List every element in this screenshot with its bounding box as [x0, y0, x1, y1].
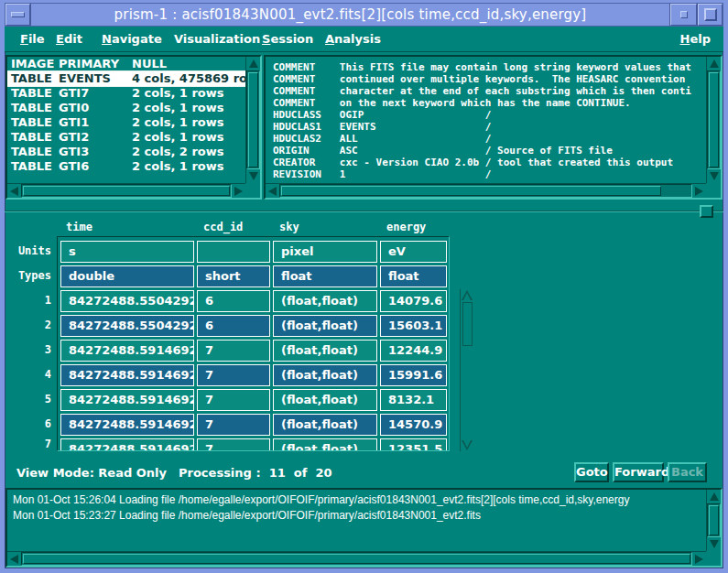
- scroll-left-icon[interactable]: [7, 184, 21, 198]
- table-cell[interactable]: 12351.5: [380, 438, 447, 451]
- table-cell[interactable]: 7: [197, 389, 270, 411]
- table-cell[interactable]: 84272488.59146923: [60, 389, 194, 411]
- maximize-button[interactable]: [698, 4, 723, 26]
- processing-label: Processing : 11 of 20: [179, 466, 332, 480]
- hdu-row-gti1[interactable]: TABLEGTI12 cols, 1 rows: [7, 115, 245, 130]
- hdu-list: IMAGEPRIMARYNULL TABLEEVENTS4 cols, 4758…: [7, 57, 245, 183]
- scroll-up-icon[interactable]: [707, 57, 721, 70]
- scroll-right-icon[interactable]: [692, 184, 706, 198]
- keyword-line: CREATOR cxc - Version CIAO 2.0b / tool t…: [273, 157, 706, 168]
- scroll-down-icon[interactable]: [246, 169, 260, 183]
- scrollbar-thumb[interactable]: [23, 554, 690, 564]
- minimize-button[interactable]: [670, 4, 697, 26]
- hdu-row-gti3[interactable]: TABLEGTI32 cols, 2 rows: [7, 145, 245, 159]
- table-cell[interactable]: double: [60, 265, 194, 287]
- hdu-row-gti7[interactable]: TABLEGTI72 cols, 1 rows: [7, 86, 245, 101]
- scroll-up-icon[interactable]: [461, 289, 474, 301]
- log-line: Mon 01-Oct 15:26:04 Loading file /home/e…: [13, 492, 706, 508]
- scrollbar-thumb[interactable]: [462, 302, 473, 346]
- table-cell[interactable]: 15991.6: [380, 364, 447, 386]
- prism-window: prism-1 : acisf01843N001_evt2.fits[2][co…: [0, 0, 728, 573]
- table-cell[interactable]: 14570.9: [380, 414, 447, 436]
- table-row: 84272488.59146923 7 (float,float) 8132.1: [58, 389, 449, 411]
- menu-session[interactable]: Session: [262, 32, 313, 46]
- table-cell[interactable]: (float,float): [273, 340, 377, 362]
- scroll-down-icon[interactable]: [461, 439, 474, 451]
- table-cell[interactable]: float: [273, 265, 377, 287]
- scroll-left-icon[interactable]: [266, 184, 279, 198]
- scroll-down-icon[interactable]: [707, 537, 721, 551]
- table-cell[interactable]: (float,float): [273, 364, 377, 386]
- table-cell[interactable]: (float,float): [273, 315, 377, 337]
- row-label: 2: [4, 314, 51, 336]
- keywords-horizontal-scrollbar[interactable]: [266, 183, 706, 198]
- table-cell[interactable]: 84272488.59146923: [60, 364, 194, 386]
- table-cell[interactable]: 7: [197, 340, 270, 362]
- table-cell[interactable]: short: [197, 265, 270, 287]
- table-cell[interactable]: 6: [197, 290, 270, 312]
- pane-sash-handle[interactable]: [700, 205, 713, 218]
- hdu-row-events-selected[interactable]: TABLEEVENTS4 cols, 475869 rows: [7, 71, 245, 86]
- table-cell[interactable]: 12244.9: [380, 340, 447, 362]
- menu-visualization[interactable]: Visualization: [174, 32, 260, 46]
- keyword-line: REVISION 1 /: [273, 168, 706, 180]
- table-cell[interactable]: 7: [197, 438, 270, 451]
- hdu-row-gti2[interactable]: TABLEGTI22 cols, 1 rows: [7, 130, 245, 145]
- hdu-list-horizontal-scrollbar[interactable]: [7, 183, 245, 198]
- scroll-up-icon[interactable]: [246, 57, 260, 70]
- hdu-row-gti6[interactable]: TABLEGTI62 cols, 1 rows: [7, 159, 245, 174]
- table-cell[interactable]: eV: [380, 241, 447, 263]
- table-cell[interactable]: 84272488.59146923: [60, 414, 194, 436]
- table-cell[interactable]: s: [60, 241, 194, 263]
- keyword-line: COMMENT character at the end of each sub…: [273, 85, 706, 97]
- scrollbar-thumb[interactable]: [709, 505, 719, 535]
- hdu-row-primary[interactable]: IMAGEPRIMARYNULL: [7, 57, 245, 71]
- log-vertical-scrollbar[interactable]: [706, 490, 721, 551]
- table-cell[interactable]: (float,float): [273, 414, 377, 436]
- table-cell[interactable]: 8132.1: [380, 389, 447, 411]
- table-cell[interactable]: 84272488.55042922: [60, 290, 194, 312]
- table-cell[interactable]: 15603.1: [380, 315, 447, 337]
- menu-help[interactable]: Help: [680, 32, 711, 46]
- forward-button[interactable]: Forward: [613, 462, 664, 482]
- table-cell[interactable]: 84272488.59146923: [60, 438, 194, 451]
- menu-analysis[interactable]: Analysis: [325, 32, 381, 46]
- table-cell[interactable]: (float,float): [273, 438, 377, 451]
- scroll-up-icon[interactable]: [707, 490, 721, 503]
- keyword-line: ORIGIN ASC / Source of FITS file: [273, 145, 706, 157]
- scroll-down-icon[interactable]: [707, 169, 721, 183]
- table-cell[interactable]: pixel: [273, 241, 377, 263]
- table-vertical-scrollbar[interactable]: [460, 289, 474, 451]
- scroll-right-icon[interactable]: [692, 552, 706, 566]
- scrollbar-thumb[interactable]: [23, 186, 230, 196]
- table-cell[interactable]: (float,float): [273, 290, 377, 312]
- hdu-row-gti0[interactable]: TABLEGTI02 cols, 1 rows: [7, 101, 245, 115]
- menubar: File Edit Navigate Visualization Session…: [5, 27, 723, 52]
- menu-file[interactable]: File: [20, 32, 45, 46]
- table-cell[interactable]: 6: [197, 315, 270, 337]
- scroll-left-icon[interactable]: [7, 552, 21, 566]
- table-cell[interactable]: float: [380, 265, 447, 287]
- hdu-list-vertical-scrollbar[interactable]: [245, 57, 260, 183]
- table-cell[interactable]: [197, 241, 270, 263]
- table-cell[interactable]: 84272488.55042922: [60, 315, 194, 337]
- scrollbar-thumb[interactable]: [709, 72, 719, 168]
- menu-edit[interactable]: Edit: [56, 32, 82, 46]
- table-cell[interactable]: 14079.6: [380, 290, 447, 312]
- table-cell[interactable]: (float,float): [273, 389, 377, 411]
- keywords-vertical-scrollbar[interactable]: [706, 57, 721, 183]
- table-cell[interactable]: 7: [197, 364, 270, 386]
- window-menu-button[interactable]: [5, 4, 30, 26]
- goto-button[interactable]: Goto: [574, 462, 609, 482]
- table-cell[interactable]: 7: [197, 414, 270, 436]
- titlebar[interactable]: prism-1 : acisf01843N001_evt2.fits[2][co…: [5, 3, 723, 27]
- units-row: s pixel eV: [58, 241, 449, 263]
- menu-navigate[interactable]: Navigate: [102, 32, 162, 46]
- scrollbar-thumb[interactable]: [281, 186, 661, 196]
- log-line: Mon 01-Oct 15:23:27 Loading file /home/e…: [13, 508, 706, 524]
- table-cell[interactable]: 84272488.59146923: [60, 340, 194, 362]
- log-horizontal-scrollbar[interactable]: [7, 551, 706, 566]
- scrollbar-thumb[interactable]: [248, 72, 258, 168]
- scroll-right-icon[interactable]: [232, 184, 245, 198]
- back-button[interactable]: Back: [668, 462, 707, 482]
